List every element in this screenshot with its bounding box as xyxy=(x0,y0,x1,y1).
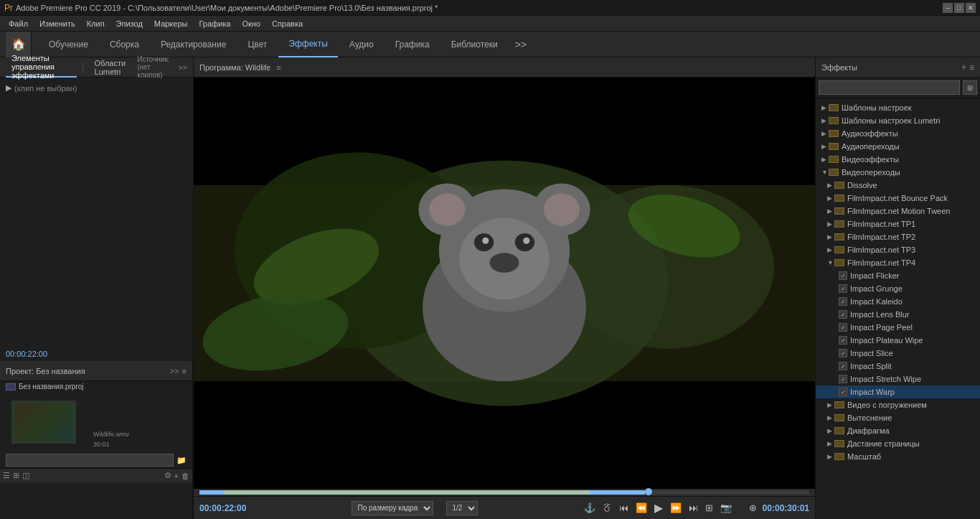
quality-select[interactable]: 1/2 xyxy=(446,501,478,515)
project-menu[interactable]: ≡ xyxy=(182,367,187,375)
safe-margins-button[interactable]: ⊞ xyxy=(704,501,715,515)
menu-clip[interactable]: Клип xyxy=(81,16,110,32)
tab-assembly[interactable]: Сборка xyxy=(100,32,149,57)
effects-header-controls: + ≡ xyxy=(961,62,974,73)
preview-progress-bar[interactable] xyxy=(199,490,809,495)
tree-item-impact-lens-blur[interactable]: ✓ Impact Lens Blur xyxy=(816,308,980,321)
tree-item-impact-page-peel[interactable]: ✓ Impact Page Peel xyxy=(816,321,980,334)
menu-help[interactable]: Справка xyxy=(266,16,308,32)
checkbox-icon[interactable]: ✓ xyxy=(839,323,847,332)
tree-item-lumetri-presets[interactable]: ▶ Шаблоны настроек Lumetri xyxy=(816,114,980,127)
go-to-in-button[interactable]: ⏮ xyxy=(618,501,630,515)
project-expand[interactable]: >> xyxy=(170,367,179,375)
tree-item-video-transitions[interactable]: ▼ Видеопереходы xyxy=(816,166,980,179)
tree-item-push[interactable]: ▶ Вытеснение xyxy=(816,411,980,424)
checkbox-icon[interactable]: ✓ xyxy=(839,336,847,345)
tree-item-impact-split[interactable]: ✓ Impact Split xyxy=(816,360,980,373)
menu-window[interactable]: Окно xyxy=(236,16,266,32)
project-file-item[interactable]: Без названия.prproj xyxy=(0,381,192,392)
checkbox-icon[interactable]: ✓ xyxy=(839,297,847,306)
project-list-view-button[interactable]: ☰ xyxy=(3,471,10,480)
tab-more[interactable]: >> xyxy=(509,39,532,50)
menu-graphics[interactable]: Графика xyxy=(193,16,236,32)
tab-color[interactable]: Цвет xyxy=(237,32,277,57)
go-to-out-button[interactable]: ⏭ xyxy=(687,501,699,515)
effects-search-options-button[interactable]: ⊞ xyxy=(963,80,977,95)
project-media-area: Wildlife.wmv 30:01 xyxy=(0,392,192,452)
tree-item-impact-stretch-wipe[interactable]: ✓ Impact Stretch Wipe xyxy=(816,373,980,385)
svg-point-15 xyxy=(523,238,529,244)
chevron-right-icon: ▶ xyxy=(827,246,834,253)
effects-search-input[interactable] xyxy=(819,80,960,95)
effects-add-button[interactable]: + xyxy=(961,62,966,73)
preview-panel: Программа: Wildlife ≡ xyxy=(194,57,815,519)
tree-item-dissolve[interactable]: ▶ Dissolve xyxy=(816,179,980,192)
tree-item-video-effects[interactable]: ▶ Видеоэффекты xyxy=(816,153,980,166)
step-back-button[interactable]: ⏪ xyxy=(634,501,649,515)
tree-label: Масштаб xyxy=(847,452,881,461)
play-button[interactable]: ▶ xyxy=(653,500,664,516)
tab-libraries[interactable]: Библиотеки xyxy=(441,32,508,57)
mark-out-button[interactable]: ⛣ xyxy=(601,501,613,515)
tab-effects[interactable]: Эффекты xyxy=(278,32,338,57)
menu-file[interactable]: Файл xyxy=(3,16,34,32)
tree-item-page-turn[interactable]: ▶ Дастание страницы xyxy=(816,437,980,450)
project-delete-button[interactable]: 🗑 xyxy=(182,472,189,480)
maximize-button[interactable]: □ xyxy=(954,3,964,13)
button-more-1[interactable]: ⊕ xyxy=(748,501,758,515)
tree-item-filmimpact-tp1[interactable]: ▶ FilmImpact.net TP1 xyxy=(816,218,980,230)
checkbox-icon[interactable]: ✓ xyxy=(839,375,847,383)
tree-item-zoom[interactable]: ▶ Масштаб xyxy=(816,450,980,463)
checkbox-icon[interactable]: ✓ xyxy=(839,388,847,396)
tree-item-audio-effects[interactable]: ▶ Аудиоэффекты xyxy=(816,127,980,140)
tree-item-iris[interactable]: ▶ Диафрагма xyxy=(816,424,980,437)
tree-item-filmimpact-motion[interactable]: ▶ FilmImpact.net Motion Tween xyxy=(816,205,980,218)
expand-icon[interactable]: >> xyxy=(178,63,187,72)
project-freeform-view-button[interactable]: ◫ xyxy=(22,471,29,480)
project-settings-button[interactable]: ⚙ xyxy=(164,471,171,480)
menu-edit[interactable]: Изменить xyxy=(34,16,81,32)
minimize-button[interactable]: ─ xyxy=(943,3,953,13)
tree-item-impact-kaleido[interactable]: ✓ Impact Kaleido xyxy=(816,295,980,308)
tree-item-impact-grunge[interactable]: ✓ Impact Grunge xyxy=(816,282,980,295)
project-new-item-button[interactable]: + xyxy=(174,472,179,480)
checkbox-icon[interactable]: ✓ xyxy=(839,349,847,357)
tree-item-filmimpact-tp3[interactable]: ▶ FilmImpact.net TP3 xyxy=(816,243,980,256)
tree-item-impact-plateau-wipe[interactable]: ✓ Impact Plateau Wipe xyxy=(816,334,980,347)
project-search-input[interactable] xyxy=(6,454,174,467)
checkbox-icon[interactable]: ✓ xyxy=(839,284,847,293)
effects-menu-button[interactable]: ≡ xyxy=(969,62,974,73)
export-frame-button[interactable]: 📷 xyxy=(719,501,733,515)
preview-menu-icon[interactable]: ≡ xyxy=(276,63,281,72)
tree-label: Impact Warp xyxy=(850,388,895,396)
timecode-left: 00:00:22:00 xyxy=(199,503,246,513)
fit-select[interactable]: По размеру кадра xyxy=(352,501,433,515)
tab-audio[interactable]: Аудио xyxy=(339,32,384,57)
tab-graphics[interactable]: Графика xyxy=(385,32,440,57)
tab-editing[interactable]: Редактирование xyxy=(151,32,236,57)
tree-item-impact-warp[interactable]: ✓ Impact Warp xyxy=(816,385,980,398)
close-button[interactable]: ✕ xyxy=(966,3,976,13)
lumetri-tab[interactable]: Области Lumetri xyxy=(89,57,132,78)
mark-in-button[interactable]: ⚓ xyxy=(583,501,597,515)
menu-markers[interactable]: Маркеры xyxy=(149,16,194,32)
checkbox-icon[interactable]: ✓ xyxy=(839,310,847,319)
tree-item-presets[interactable]: ▶ Шаблоны настроек xyxy=(816,101,980,114)
project-icon-view-button[interactable]: ⊞ xyxy=(13,471,19,480)
checkbox-icon[interactable]: ✓ xyxy=(839,362,847,370)
tree-item-filmimpact-tp4[interactable]: ▼ FilmImpact.net TP4 xyxy=(816,256,980,269)
project-add-bin-button[interactable]: 📁 xyxy=(176,456,187,465)
step-forward-button[interactable]: ⏩ xyxy=(669,501,683,515)
tree-item-filmimpact-bounce[interactable]: ▶ FilmImpact.net Bounce Pack xyxy=(816,192,980,205)
checkbox-icon[interactable]: ✓ xyxy=(839,271,847,280)
progress-handle[interactable] xyxy=(645,488,652,495)
effects-tree: ▶ Шаблоны настроек ▶ Шаблоны настроек Lu… xyxy=(816,98,980,519)
tree-item-audio-transitions[interactable]: ▶ Аудиопереходы xyxy=(816,140,980,153)
tree-item-filmimpact-tp2[interactable]: ▶ FilmImpact.net TP2 xyxy=(816,230,980,243)
project-file-details: Wildlife.wmv 30:01 xyxy=(88,395,135,449)
menu-episode[interactable]: Эпизод xyxy=(110,16,149,32)
tree-item-impact-slice[interactable]: ✓ Impact Slice xyxy=(816,347,980,360)
effects-controls-tab[interactable]: Элементы управления эффектами xyxy=(6,57,77,78)
tree-item-video-immersive[interactable]: ▶ Видео с погружением xyxy=(816,398,980,411)
tree-item-impact-flicker[interactable]: ✓ Impact Flicker xyxy=(816,269,980,282)
